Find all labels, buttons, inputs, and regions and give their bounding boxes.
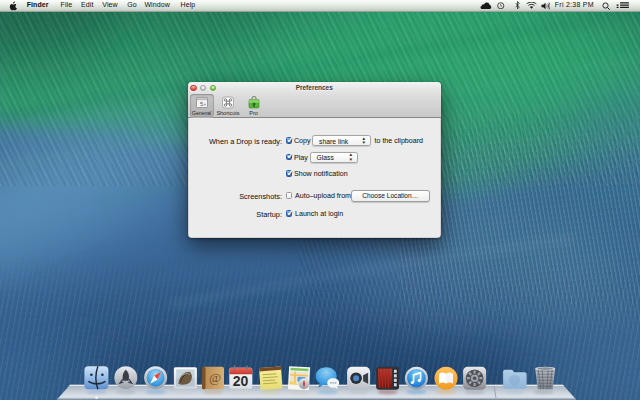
svg-text:@: @ bbox=[209, 370, 221, 385]
svg-text:20: 20 bbox=[233, 373, 249, 389]
